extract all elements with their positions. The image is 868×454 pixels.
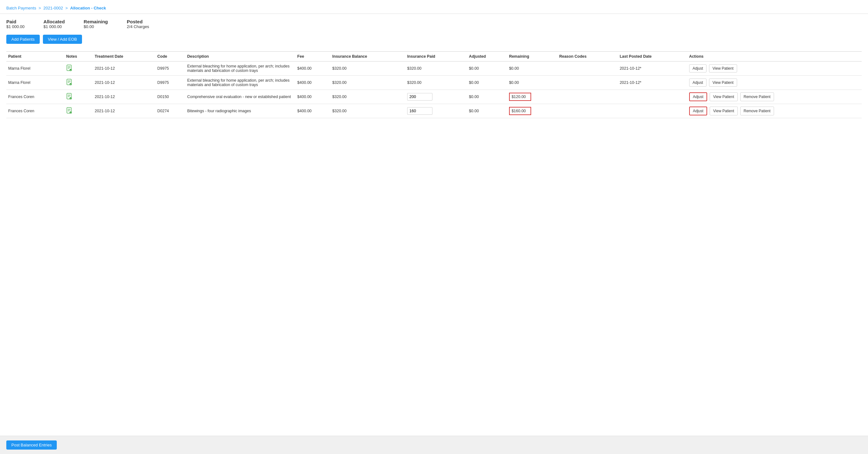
page-wrapper: Batch Payments > 2021-0002 > Allocation … (0, 0, 868, 454)
note-icon[interactable]: + (66, 68, 72, 72)
remaining-highlighted: $160.00 (509, 107, 531, 115)
cell-description: Comprehensive oral evaluation - new or e… (185, 90, 295, 104)
cell-patient: Marna Florel (6, 76, 64, 90)
cell-actions[interactable]: AdjustView Patient (687, 62, 862, 76)
cell-actions[interactable]: AdjustView PatientRemove Patient (687, 104, 862, 118)
posted-label: Posted (127, 19, 149, 24)
breadcrumb-sep1: > (38, 6, 41, 10)
breadcrumb-batch-id[interactable]: 2021-0002 (43, 6, 63, 10)
table-row: Marna Florel + 2021-10-12D9975External b… (6, 76, 862, 90)
summary-paid: Paid $1 000.00 (6, 19, 25, 29)
summary-allocated: Allocated $1 000.00 (43, 19, 65, 29)
col-reason-codes: Reason Codes (557, 52, 618, 62)
svg-text:+: + (70, 98, 71, 100)
cell-adjusted: $0.00 (467, 104, 507, 118)
breadcrumb-current: Allocation - Check (70, 6, 106, 10)
cell-reason-codes (557, 76, 618, 90)
view-add-eob-button[interactable]: View / Add EOB (43, 35, 82, 44)
breadcrumb-sep2: > (65, 6, 68, 10)
cell-reason-codes (557, 104, 618, 118)
breadcrumb-batch-payments[interactable]: Batch Payments (6, 6, 36, 10)
col-notes: Notes (64, 52, 93, 62)
cell-code: D0274 (155, 104, 185, 118)
cell-insurance-balance: $320.00 (331, 62, 406, 76)
col-code: Code (155, 52, 185, 62)
allocated-value: $1 000.00 (43, 24, 65, 29)
add-patients-button[interactable]: Add Patients (6, 35, 40, 44)
col-description: Description (185, 52, 295, 62)
col-remaining: Remaining (507, 52, 557, 62)
cell-insurance-paid: $320.00 (405, 62, 467, 76)
adjust-button[interactable]: Adjust (689, 92, 707, 101)
note-icon[interactable]: + (66, 82, 72, 87)
svg-text:+: + (70, 112, 71, 114)
adjust-button[interactable]: Adjust (689, 78, 707, 87)
cell-insurance-paid[interactable] (405, 90, 467, 104)
cell-treatment-date: 2021-10-12 (93, 62, 155, 76)
paid-value: $1 000.00 (6, 24, 25, 29)
view-patient-button[interactable]: View Patient (709, 64, 737, 72)
cell-code: D9975 (155, 76, 185, 90)
svg-text:+: + (70, 84, 71, 86)
cell-insurance-balance: $320.00 (331, 76, 406, 90)
cell-remaining: $0.00 (507, 76, 557, 90)
view-patient-button[interactable]: View Patient (710, 92, 738, 101)
col-treatment-date: Treatment Date (93, 52, 155, 62)
remaining-label: Remaining (84, 19, 108, 24)
insurance-paid-input[interactable] (407, 93, 432, 101)
remove-patient-button[interactable]: Remove Patient (740, 92, 774, 101)
svg-text:+: + (70, 69, 71, 71)
breadcrumb: Batch Payments > 2021-0002 > Allocation … (0, 0, 868, 14)
cell-remaining: $0.00 (507, 62, 557, 76)
actions-bar: Add Patients View / Add EOB (0, 32, 868, 48)
cell-last-posted-date: 2021-10-12* (618, 62, 687, 76)
table-header-row: Patient Notes Treatment Date Code Descri… (6, 52, 862, 62)
summary-remaining: Remaining $0.00 (84, 19, 108, 29)
cell-description: External bleaching for home application,… (185, 76, 295, 90)
table-row: Frances Coren + 2021-10-12D0150Comprehen… (6, 90, 862, 104)
paid-label: Paid (6, 19, 25, 24)
cell-remaining: $160.00 (507, 104, 557, 118)
cell-fee: $400.00 (296, 76, 331, 90)
remove-patient-button[interactable]: Remove Patient (740, 106, 774, 116)
col-patient: Patient (6, 52, 64, 62)
allocated-label: Allocated (43, 19, 65, 24)
cell-adjusted: $0.00 (467, 62, 507, 76)
cell-notes[interactable]: + (64, 104, 93, 118)
col-fee: Fee (296, 52, 331, 62)
cell-actions[interactable]: AdjustView PatientRemove Patient (687, 90, 862, 104)
cell-fee: $400.00 (296, 90, 331, 104)
cell-insurance-balance: $320.00 (331, 90, 406, 104)
cell-insurance-paid: $320.00 (405, 76, 467, 90)
cell-adjusted: $0.00 (467, 90, 507, 104)
col-insurance-paid: Insurance Paid (405, 52, 467, 62)
posted-value: 2/4 Charges (127, 24, 149, 29)
footer-bar: Post Balanced Entries (0, 436, 868, 454)
note-icon[interactable]: + (66, 96, 72, 101)
table-row: Frances Coren + 2021-10-12D0274Bitewings… (6, 104, 862, 118)
view-patient-button[interactable]: View Patient (709, 78, 737, 87)
post-balanced-entries-button[interactable]: Post Balanced Entries (6, 441, 57, 450)
cell-fee: $400.00 (296, 104, 331, 118)
col-insurance-balance: Insurance Balance (331, 52, 406, 62)
note-icon[interactable]: + (66, 111, 72, 115)
cell-notes[interactable]: + (64, 90, 93, 104)
remaining-highlighted: $120.00 (509, 93, 531, 101)
adjust-button[interactable]: Adjust (689, 106, 707, 116)
cell-notes[interactable]: + (64, 62, 93, 76)
cell-notes[interactable]: + (64, 76, 93, 90)
cell-actions[interactable]: AdjustView Patient (687, 76, 862, 90)
cell-last-posted-date (618, 90, 687, 104)
cell-insurance-paid[interactable] (405, 104, 467, 118)
view-patient-button[interactable]: View Patient (710, 106, 738, 116)
cell-patient: Frances Coren (6, 104, 64, 118)
cell-treatment-date: 2021-10-12 (93, 104, 155, 118)
table-row: Marna Florel + 2021-10-12D9975External b… (6, 62, 862, 76)
cell-insurance-balance: $320.00 (331, 104, 406, 118)
cell-fee: $400.00 (296, 62, 331, 76)
cell-code: D0150 (155, 90, 185, 104)
cell-adjusted: $0.00 (467, 76, 507, 90)
insurance-paid-input[interactable] (407, 107, 432, 115)
cell-last-posted-date (618, 104, 687, 118)
adjust-button[interactable]: Adjust (689, 64, 707, 72)
